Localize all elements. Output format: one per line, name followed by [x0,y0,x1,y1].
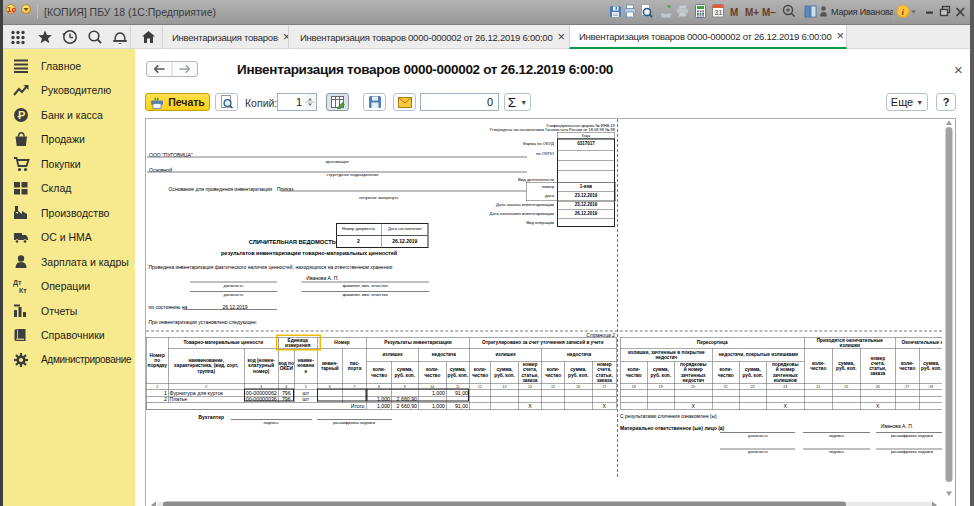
svg-text:М+: М+ [745,7,759,18]
svg-text:P: P [18,109,25,121]
svg-text:Мария Иванова: Мария Иванова [831,7,894,17]
svg-text:31: 31 [714,8,722,17]
svg-text:М−: М− [762,7,776,18]
svg-text:М: М [730,7,738,18]
svg-text:Дт: Дт [13,279,22,287]
svg-text:Кт: Кт [19,287,27,294]
